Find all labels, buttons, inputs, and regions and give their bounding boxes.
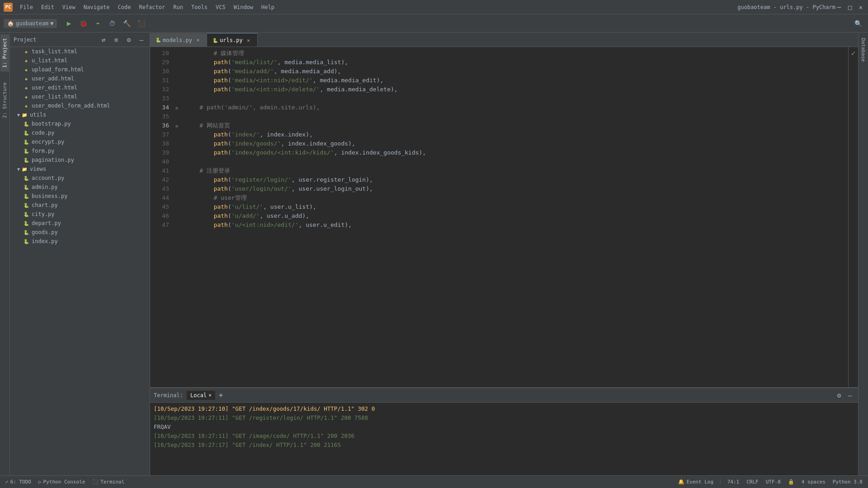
close-tab-models[interactable]: ✕ [195, 37, 201, 43]
menu-view[interactable]: View [59, 3, 79, 12]
menu-tools[interactable]: Tools [188, 3, 211, 12]
tree-item-account[interactable]: 🐍 account.py [10, 174, 150, 183]
status-event-log[interactable]: 🔔 Event Log [676, 478, 715, 486]
tree-item-pagination[interactable]: 🐍 pagination.py [10, 155, 150, 164]
terminal-output: [10/Sep/2023 19:27:10] "GET /index/goods… [150, 403, 858, 475]
vtab-structure[interactable]: 2: Structure [0, 79, 9, 122]
add-terminal-button[interactable]: + [219, 391, 223, 399]
status-line-ending[interactable]: CRLF [745, 478, 760, 486]
tree-item-views-folder[interactable]: ▼ 📁 views [10, 164, 150, 174]
vtab-project[interactable]: 1: Project [0, 34, 9, 71]
file-name: user_model_form_add.html [32, 103, 110, 109]
tree-item-user-add[interactable]: ◈ user_add.html [10, 74, 150, 83]
code-area[interactable]: # 媒体管理 path('media/list/', media.media_l… [182, 47, 848, 387]
code-line-47: path('u/<int:nid>/edit/', user.u_edit), [185, 221, 848, 230]
status-lock-icon[interactable]: 🔒 [786, 478, 796, 486]
status-position[interactable]: 74:1 [726, 478, 741, 486]
html-file-icon: ◈ [23, 66, 30, 73]
file-name: goods.py [32, 229, 58, 235]
code-line-42: path('register/login/', user.register_lo… [185, 175, 848, 184]
ln-36: 36 [154, 121, 169, 130]
lock-icon: 🔒 [788, 479, 794, 485]
tree-item-user-model-form[interactable]: ◈ user_model_form_add.html [10, 101, 150, 110]
build-button[interactable]: 🔨 [120, 17, 133, 30]
menu-refactor[interactable]: Refactor [135, 3, 169, 12]
status-todo[interactable]: ✓ 6: TODO [4, 478, 33, 486]
status-encoding[interactable]: UTF-8 [764, 478, 783, 486]
tree-item-index[interactable]: 🐍 index.py [10, 237, 150, 246]
tree-item-chart[interactable]: 🐍 chart.py [10, 201, 150, 210]
terminal-tab-local[interactable]: Local ✕ [187, 391, 215, 400]
gutter-42 [173, 175, 182, 184]
menu-file[interactable]: File [16, 3, 37, 12]
profile-button[interactable]: ⏱ [106, 17, 118, 30]
coverage-button[interactable]: ☂ [91, 17, 104, 30]
status-python-console[interactable]: ▷ Python Console [37, 478, 87, 486]
tree-item-goods[interactable]: 🐍 goods.py [10, 228, 150, 237]
tab-models-py[interactable]: 🐍 models.py ✕ [150, 33, 207, 47]
menu-vcs[interactable]: VCS [212, 3, 229, 12]
status-python-version[interactable]: Python 3.8 [831, 478, 864, 486]
minimize-button[interactable]: ─ [835, 4, 843, 11]
terminal-actions: ⚙ — [835, 391, 854, 400]
collapse-icon[interactable]: ≡ [112, 35, 121, 44]
tree-item-encrypt[interactable]: 🐍 encrypt.py [10, 137, 150, 146]
gutter-36-fold[interactable]: ▷ [173, 121, 182, 130]
menu-help[interactable]: Help [258, 3, 278, 12]
terminal-settings-icon[interactable]: ⚙ [835, 391, 844, 400]
py-file-icon: 🐍 [23, 238, 30, 245]
menu-code[interactable]: Code [114, 3, 135, 12]
tree-item-depart[interactable]: 🐍 depart.py [10, 219, 150, 228]
terminal-area: Terminal: Local ✕ + ⚙ — [10/Sep/2023 19:… [150, 387, 858, 475]
close-tab-urls[interactable]: ✕ [245, 37, 252, 43]
no-errors-indicator: ✓ [849, 47, 858, 59]
folder-name: views [30, 166, 46, 172]
tree-item-city[interactable]: 🐍 city.py [10, 210, 150, 219]
py-file-icon: 🐍 [23, 129, 30, 136]
status-terminal[interactable]: ⬛ Terminal [90, 478, 126, 486]
file-name: business.py [32, 193, 67, 199]
editor-area: 🐍 models.py ✕ 🐍 urls.py ✕ 28 29 30 31 32… [150, 33, 858, 475]
debug-button[interactable]: 🐞 [77, 17, 90, 30]
terminal-hide-icon[interactable]: — [845, 391, 854, 400]
vtab-database[interactable]: Database [859, 34, 868, 66]
window-title: guobaoteam - urls.py - PyCharm [737, 4, 835, 10]
tree-item-u-list[interactable]: ◈ u_list.html [10, 56, 150, 65]
settings-icon[interactable]: ⚙ [124, 35, 133, 44]
menu-bar: File Edit View Navigate Code Refactor Ru… [16, 3, 737, 12]
py-file-icon: 🐍 [23, 202, 30, 209]
status-indent[interactable]: 4 spaces [800, 478, 827, 486]
tree-item-business[interactable]: 🐍 business.py [10, 192, 150, 201]
menu-navigate[interactable]: Navigate [80, 3, 113, 12]
code-line-32: path('media/<int:nid>/delete/', media.me… [185, 85, 848, 94]
menu-edit[interactable]: Edit [38, 3, 58, 12]
project-name: guobaoteam [16, 20, 48, 27]
hide-icon[interactable]: — [137, 35, 146, 44]
gutter-31 [173, 76, 182, 85]
ln-44: 44 [154, 193, 169, 202]
search-everywhere-button[interactable]: 🔍 [852, 17, 864, 30]
run-button[interactable]: ▶ [62, 17, 75, 30]
tree-item-user-edit[interactable]: ◈ user_edit.html [10, 83, 150, 92]
tree-item-code[interactable]: 🐍 code.py [10, 128, 150, 137]
tree-item-form[interactable]: 🐍 form.py [10, 146, 150, 155]
close-button[interactable]: ✕ [857, 4, 864, 11]
tab-urls-py[interactable]: 🐍 urls.py ✕ [207, 33, 258, 47]
tree-item-upload-form[interactable]: ◈ upload_form.html [10, 65, 150, 74]
ln-39: 39 [154, 148, 169, 157]
menu-window[interactable]: Window [230, 3, 257, 12]
tree-item-bootstrap[interactable]: 🐍 bootstrap.py [10, 119, 150, 128]
gutter-34-fold[interactable]: ▷ [173, 103, 182, 112]
code-line-44: # user管理 [185, 193, 848, 202]
project-dropdown[interactable]: 🏠 guobaoteam ▼ [4, 19, 57, 28]
tree-item-user-list[interactable]: ◈ user_list.html [10, 92, 150, 101]
sync-icon[interactable]: ⇄ [99, 35, 108, 44]
close-terminal-tab[interactable]: ✕ [208, 392, 212, 398]
stop-button[interactable]: ⬛ [135, 17, 147, 30]
maximize-button[interactable]: □ [846, 4, 854, 11]
tree-item-task-list[interactable]: ◈ task_list.html [10, 47, 150, 56]
tree-item-utils-folder[interactable]: ▼ 📁 utils [10, 110, 150, 119]
gutter-39 [173, 148, 182, 157]
tree-item-admin[interactable]: 🐍 admin.py [10, 183, 150, 192]
menu-run[interactable]: Run [170, 3, 187, 12]
